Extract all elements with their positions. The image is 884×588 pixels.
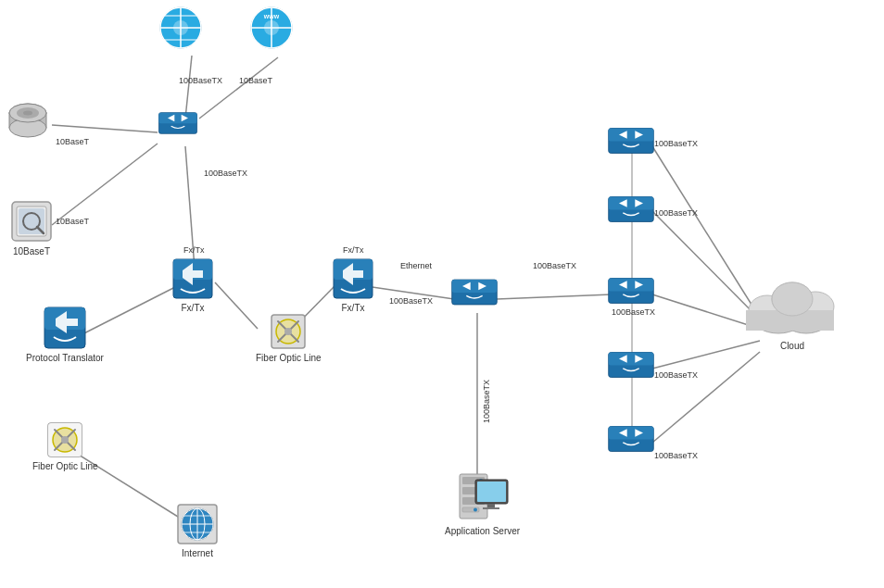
svg-text:www: www xyxy=(263,13,280,19)
label-l14: 100BaseTX xyxy=(612,307,655,317)
switch-r5-icon xyxy=(607,424,655,454)
svg-line-10 xyxy=(497,294,612,299)
switch-r4-icon xyxy=(607,350,655,380)
svg-line-3 xyxy=(52,144,158,225)
svg-rect-104 xyxy=(609,353,654,366)
fxtx2-icon xyxy=(332,257,374,300)
svg-rect-92 xyxy=(609,129,654,142)
fiber-center-label: Fiber Optic Line xyxy=(256,353,322,363)
network-diagram: www 10BaseT xyxy=(0,0,884,588)
fiber1-label: Fiber Optic Line xyxy=(32,461,98,471)
fiber1-icon xyxy=(46,421,83,458)
svg-rect-96 xyxy=(609,197,654,210)
switch-r5-node xyxy=(607,424,655,454)
svg-rect-32 xyxy=(158,113,196,124)
label-l7: Fx/Tx xyxy=(343,245,364,255)
fiber1-node: Fiber Optic Line xyxy=(32,421,98,471)
center-switch-node xyxy=(450,276,499,308)
label-l11: 100BaseTX xyxy=(482,380,491,423)
svg-rect-88 xyxy=(483,507,499,509)
label-l12: 100BaseTX xyxy=(654,139,698,148)
label-l4: 10BaseT xyxy=(56,137,89,146)
router1-node xyxy=(158,5,204,51)
nas-node xyxy=(5,102,51,142)
protocol-translator-icon xyxy=(43,306,87,350)
svg-rect-87 xyxy=(487,504,495,507)
label-l9: 100BaseTX xyxy=(389,296,433,306)
label-l8: Ethernet xyxy=(400,261,432,270)
svg-rect-86 xyxy=(477,482,506,502)
label-l1: 100BaseTX xyxy=(179,76,222,85)
fxtx1-icon xyxy=(171,257,214,300)
router1-icon xyxy=(158,5,204,51)
svg-line-2 xyxy=(52,125,158,132)
main-switch-icon xyxy=(158,109,198,137)
cloud-icon xyxy=(741,273,843,338)
fxtx2-label: Fx/Tx xyxy=(342,303,365,313)
switch-r1-icon xyxy=(607,126,655,156)
svg-rect-108 xyxy=(609,427,654,440)
router2-node: www xyxy=(248,5,295,51)
label-l5: 10BaseT xyxy=(56,217,89,226)
label-l6: Fx/Tx xyxy=(183,245,205,255)
svg-rect-75 xyxy=(452,280,498,293)
switch-r2-node xyxy=(607,194,655,224)
switch-r3-icon xyxy=(607,276,655,306)
fiber-center-node: Fiber Optic Line xyxy=(256,313,322,363)
label-l3: 100BaseTX xyxy=(204,169,247,178)
label-l15: 100BaseTX xyxy=(654,370,698,380)
internet-icon xyxy=(176,503,219,545)
workstation-icon xyxy=(9,199,54,244)
workstation-label: 10BaseT xyxy=(13,246,50,256)
svg-line-6 xyxy=(215,282,258,329)
app-server-label: Application Server xyxy=(445,526,520,536)
fxtx1-node: Fx/Tx xyxy=(171,257,214,313)
label-l16: 100BaseTX xyxy=(654,451,698,460)
label-l13: 100BaseTX xyxy=(654,208,698,218)
router2-icon: www xyxy=(248,5,295,51)
label-l10: 100BaseTX xyxy=(533,261,576,270)
svg-point-90 xyxy=(474,508,477,512)
app-server-icon xyxy=(455,472,511,523)
switch-r4-node xyxy=(607,350,655,380)
label-l2: 10BaseT xyxy=(239,76,272,85)
svg-rect-100 xyxy=(609,279,654,292)
fxtx1-label: Fx/Tx xyxy=(182,303,205,313)
cloud-label: Cloud xyxy=(780,341,804,351)
internet-label: Internet xyxy=(182,548,213,558)
fiber-center-icon xyxy=(270,313,307,350)
app-server-node: Application Server xyxy=(445,472,520,536)
internet-node: Internet xyxy=(176,503,219,558)
protocol-translator-label: Protocol Translator xyxy=(26,353,104,363)
workstation-node: 10BaseT xyxy=(9,199,54,256)
protocol-translator-node: Protocol Translator xyxy=(26,306,104,363)
switch-r1-node xyxy=(607,126,655,156)
svg-line-15 xyxy=(652,352,760,443)
switch-r3-node xyxy=(607,276,655,306)
svg-point-117 xyxy=(772,282,813,316)
svg-point-70 xyxy=(284,328,292,335)
fxtx2-node: Fx/Tx xyxy=(332,257,374,313)
center-switch-icon xyxy=(450,276,499,308)
svg-line-4 xyxy=(185,146,195,269)
svg-point-40 xyxy=(23,111,32,116)
nas-icon xyxy=(5,102,51,139)
svg-point-54 xyxy=(61,436,69,444)
cloud-node: Cloud xyxy=(741,273,843,351)
switch-r2-icon xyxy=(607,194,655,224)
main-switch-node xyxy=(158,109,198,137)
svg-line-1 xyxy=(199,57,278,119)
